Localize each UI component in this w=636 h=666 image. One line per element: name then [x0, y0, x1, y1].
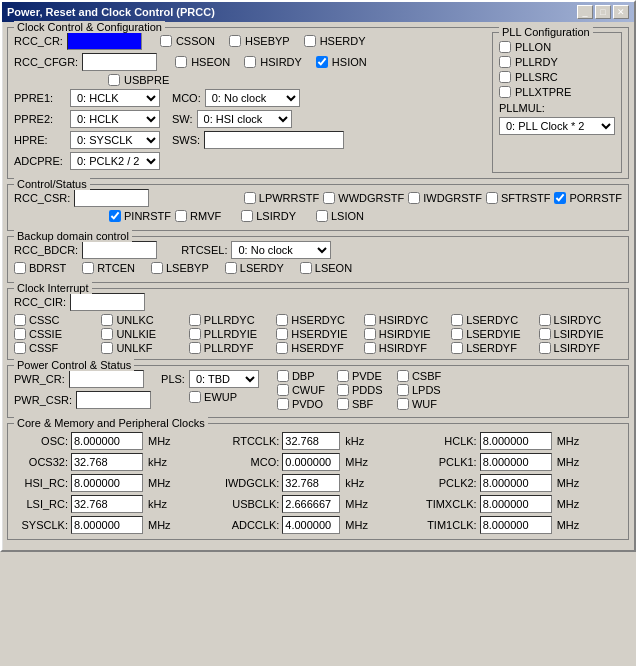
rtcen-check[interactable] — [82, 262, 94, 274]
clocks-group: Core & Memory and Peripheral Clocks OSC:… — [7, 423, 629, 540]
pllrdyie-check[interactable] — [189, 328, 201, 340]
iwdgclk-label: IWDGCLK: — [219, 477, 279, 489]
iwdgrstf-check[interactable] — [408, 192, 420, 204]
hsirdyc-check[interactable] — [364, 314, 376, 326]
cwuf-check[interactable] — [277, 384, 289, 396]
pclk1-unit: MHz — [557, 456, 580, 468]
wuf-check[interactable] — [397, 398, 409, 410]
unlkf-check[interactable] — [101, 342, 113, 354]
csbf-check[interactable] — [397, 370, 409, 382]
lseon-label: LSEON — [315, 262, 352, 274]
porrstf-check[interactable] — [554, 192, 566, 204]
mco-select[interactable]: 0: No clock — [205, 89, 300, 107]
ppre1-select[interactable]: 0: HCLK — [70, 89, 160, 107]
pvde-check[interactable] — [337, 370, 349, 382]
wwdgrstf-check[interactable] — [323, 192, 335, 204]
pllmul-select[interactable]: 0: PLL Clock * 2 — [499, 117, 615, 135]
lsirdyie-check[interactable] — [539, 328, 551, 340]
hserdy-check[interactable] — [304, 35, 316, 47]
hserdyie-check[interactable] — [276, 328, 288, 340]
hpre-select[interactable]: 0: SYSCLK — [70, 131, 160, 149]
hserdyc-check[interactable] — [276, 314, 288, 326]
adcpre-select[interactable]: 0: PCLK2 / 2 — [70, 152, 160, 170]
tim1clk-label: TIM1CLK: — [425, 519, 477, 531]
sw-label: SW: — [172, 113, 193, 125]
minimize-button[interactable]: _ — [577, 5, 593, 19]
pllrdy-check[interactable] — [499, 56, 511, 68]
lsebyp-check[interactable] — [151, 262, 163, 274]
pllsrc-check[interactable] — [499, 71, 511, 83]
hsion-check[interactable] — [316, 56, 328, 68]
bdrst-check[interactable] — [14, 262, 26, 274]
unlkie-check[interactable] — [101, 328, 113, 340]
adcclk-row: ADCCLK: MHz — [219, 516, 416, 534]
lpwrrstf-check[interactable] — [244, 192, 256, 204]
lserdy-check[interactable] — [225, 262, 237, 274]
pllrdyf-check[interactable] — [189, 342, 201, 354]
hseon-label: HSEON — [191, 56, 230, 68]
unlkc-check[interactable] — [101, 314, 113, 326]
lseon-check[interactable] — [300, 262, 312, 274]
lserdyie-check[interactable] — [451, 328, 463, 340]
pllxtpre-check[interactable] — [499, 86, 511, 98]
hsirdyie-check[interactable] — [364, 328, 376, 340]
rcc-cr-label: RCC_CR: — [14, 35, 63, 47]
rcc-cir-input[interactable]: 0x00000000 — [70, 293, 145, 311]
pllon-label: PLLON — [515, 41, 551, 53]
hseon-check[interactable] — [175, 56, 187, 68]
sysclk-unit: MHz — [148, 519, 171, 531]
sysclk-row: SYSCLK: MHz — [14, 516, 211, 534]
sftrstf-check[interactable] — [486, 192, 498, 204]
lpds-check[interactable] — [397, 384, 409, 396]
cssie-check[interactable] — [14, 328, 26, 340]
rmvf-check[interactable] — [175, 210, 187, 222]
hsion-label: HSION — [332, 56, 367, 68]
mco-label: MCO: — [172, 92, 201, 104]
hsebyp-check[interactable] — [229, 35, 241, 47]
pvdo-check[interactable] — [277, 398, 289, 410]
rcc-bdcr-input[interactable]: 0x00000000 — [82, 241, 157, 259]
pwr-csr-input[interactable]: 0x00000000 — [76, 391, 151, 409]
backup-domain-group: Backup domain control RCC_BDCR: 0x000000… — [7, 236, 629, 283]
usbpre-check[interactable] — [108, 74, 120, 86]
lsirdyc-check[interactable] — [539, 314, 551, 326]
lsirdy-check[interactable] — [241, 210, 253, 222]
rcc-cr-input[interactable]: 0x00000083 — [67, 32, 142, 50]
ewup-check[interactable] — [189, 391, 201, 403]
pinrstf-check[interactable] — [109, 210, 121, 222]
clock-interrupt-title: Clock Interrupt — [14, 282, 92, 294]
cssc-check[interactable] — [14, 314, 26, 326]
lsion-check[interactable] — [316, 210, 328, 222]
rcc-cfgr-input[interactable]: 0x00000000 — [82, 53, 157, 71]
pdds-check[interactable] — [337, 384, 349, 396]
ppre2-select[interactable]: 0: HCLK — [70, 110, 160, 128]
rtcsel-select[interactable]: 0: No clock — [231, 241, 331, 259]
maximize-button[interactable]: □ — [595, 5, 611, 19]
pllrdyc-check[interactable] — [189, 314, 201, 326]
rtcclk-unit: kHz — [345, 435, 364, 447]
pwr-cr-input[interactable]: 0x00000000 — [69, 370, 144, 388]
rtcsel-label: RTCSEL: — [181, 244, 227, 256]
close-button[interactable]: ✕ — [613, 5, 629, 19]
usbclk-row: USBCLK: MHz — [219, 495, 416, 513]
usbpre-label: USBPRE — [124, 74, 169, 86]
pllon-check[interactable] — [499, 41, 511, 53]
rcc-csr-input[interactable]: 0x0C000000 — [74, 189, 149, 207]
cssf-check[interactable] — [14, 342, 26, 354]
hsirdyf-check[interactable] — [364, 342, 376, 354]
hserdyf-check[interactable] — [276, 342, 288, 354]
adcclk-value — [282, 516, 340, 534]
dbp-check[interactable] — [277, 370, 289, 382]
pls-select[interactable]: 0: TBD — [189, 370, 259, 388]
timxclk-label: TIMXCLK: — [425, 498, 477, 510]
mco-clk-unit: MHz — [345, 456, 368, 468]
pll-config-title: PLL Configuration — [499, 26, 593, 38]
lsirdyf-check[interactable] — [539, 342, 551, 354]
sw-select[interactable]: 0: HSI clock — [197, 110, 292, 128]
sbf-check[interactable] — [337, 398, 349, 410]
csson-check[interactable] — [160, 35, 172, 47]
hsirdy-check[interactable] — [244, 56, 256, 68]
lserdyc-check[interactable] — [451, 314, 463, 326]
lserdyf-check[interactable] — [451, 342, 463, 354]
ocs32-value — [71, 453, 143, 471]
